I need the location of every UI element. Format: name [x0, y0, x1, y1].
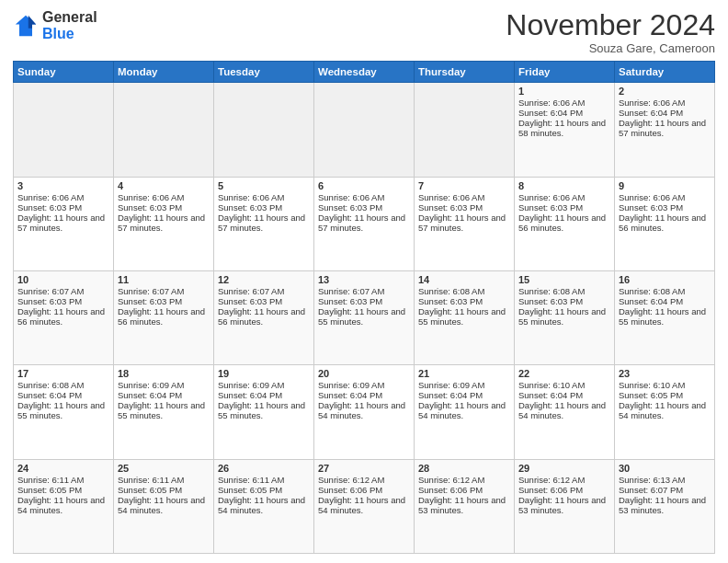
- day-number: 2: [619, 86, 711, 97]
- day-info: Daylight: 11 hours and 55 minutes.: [17, 400, 109, 420]
- day-number: 1: [518, 86, 610, 97]
- calendar-week-row: 17Sunrise: 6:08 AMSunset: 6:04 PMDayligh…: [14, 365, 715, 459]
- day-info: Sunset: 6:03 PM: [418, 296, 510, 306]
- calendar-header-wednesday: Wednesday: [314, 62, 415, 83]
- calendar-cell: 5Sunrise: 6:06 AMSunset: 6:03 PMDaylight…: [214, 177, 314, 270]
- day-number: 30: [619, 463, 711, 474]
- calendar-cell: 6Sunrise: 6:06 AMSunset: 6:03 PMDaylight…: [314, 177, 415, 270]
- logo-general: General: [42, 9, 97, 25]
- calendar-cell: 12Sunrise: 6:07 AMSunset: 6:03 PMDayligh…: [214, 270, 314, 364]
- day-info: Sunrise: 6:07 AM: [218, 286, 310, 296]
- day-number: 15: [518, 274, 610, 285]
- day-info: Daylight: 11 hours and 57 minutes.: [318, 213, 410, 233]
- day-info: Sunset: 6:03 PM: [418, 202, 510, 213]
- day-number: 21: [418, 368, 510, 379]
- day-info: Sunrise: 6:12 AM: [518, 475, 610, 485]
- day-info: Sunrise: 6:11 AM: [118, 475, 210, 485]
- day-number: 20: [318, 368, 410, 379]
- day-info: Sunrise: 6:07 AM: [118, 286, 210, 296]
- day-info: Daylight: 11 hours and 57 minutes.: [118, 213, 210, 233]
- day-info: Sunset: 6:06 PM: [318, 485, 410, 495]
- day-number: 24: [17, 463, 109, 474]
- day-info: Sunrise: 6:06 AM: [318, 192, 410, 202]
- day-number: 4: [118, 180, 210, 191]
- calendar-cell: [314, 83, 415, 177]
- day-info: Daylight: 11 hours and 54 minutes.: [619, 400, 711, 420]
- day-info: Daylight: 11 hours and 54 minutes.: [318, 495, 410, 515]
- day-number: 29: [518, 463, 610, 474]
- calendar-cell: 28Sunrise: 6:12 AMSunset: 6:06 PMDayligh…: [415, 459, 515, 553]
- day-info: Sunset: 6:03 PM: [17, 296, 109, 306]
- day-info: Sunrise: 6:10 AM: [619, 380, 711, 390]
- calendar-header-friday: Friday: [515, 62, 615, 83]
- day-number: 18: [118, 368, 210, 379]
- day-info: Sunset: 6:04 PM: [518, 390, 610, 400]
- day-info: Daylight: 11 hours and 53 minutes.: [619, 495, 711, 515]
- day-info: Sunset: 6:04 PM: [619, 108, 711, 118]
- day-info: Sunrise: 6:13 AM: [619, 475, 711, 485]
- day-number: 22: [518, 368, 610, 379]
- calendar-cell: 1Sunrise: 6:06 AMSunset: 6:04 PMDaylight…: [515, 83, 615, 177]
- day-number: 13: [318, 274, 410, 285]
- month-title: November 2024: [506, 9, 715, 41]
- calendar-cell: 22Sunrise: 6:10 AMSunset: 6:04 PMDayligh…: [515, 365, 615, 459]
- day-info: Sunrise: 6:11 AM: [218, 475, 310, 485]
- day-info: Sunrise: 6:06 AM: [17, 192, 109, 202]
- day-number: 19: [218, 368, 310, 379]
- day-info: Daylight: 11 hours and 53 minutes.: [418, 495, 510, 515]
- day-info: Sunrise: 6:12 AM: [418, 475, 510, 485]
- day-info: Sunrise: 6:09 AM: [418, 380, 510, 390]
- day-info: Sunrise: 6:06 AM: [518, 192, 610, 202]
- calendar-cell: [214, 83, 314, 177]
- day-info: Daylight: 11 hours and 54 minutes.: [518, 400, 610, 420]
- day-info: Sunset: 6:04 PM: [218, 390, 310, 400]
- calendar-cell: 20Sunrise: 6:09 AMSunset: 6:04 PMDayligh…: [314, 365, 415, 459]
- day-number: 3: [17, 180, 109, 191]
- day-info: Sunrise: 6:06 AM: [118, 192, 210, 202]
- day-info: Sunrise: 6:09 AM: [218, 380, 310, 390]
- day-info: Sunrise: 6:08 AM: [518, 286, 610, 296]
- day-info: Sunset: 6:03 PM: [218, 296, 310, 306]
- day-info: Daylight: 11 hours and 57 minutes.: [418, 213, 510, 233]
- day-info: Sunset: 6:03 PM: [518, 296, 610, 306]
- day-info: Sunset: 6:04 PM: [418, 390, 510, 400]
- day-info: Sunset: 6:03 PM: [318, 202, 410, 213]
- calendar-cell: 8Sunrise: 6:06 AMSunset: 6:03 PMDaylight…: [515, 177, 615, 270]
- day-info: Sunrise: 6:08 AM: [619, 286, 711, 296]
- day-info: Daylight: 11 hours and 55 minutes.: [518, 306, 610, 327]
- day-info: Daylight: 11 hours and 57 minutes.: [619, 118, 711, 138]
- calendar-cell: 15Sunrise: 6:08 AMSunset: 6:03 PMDayligh…: [515, 270, 615, 364]
- calendar-cell: 26Sunrise: 6:11 AMSunset: 6:05 PMDayligh…: [214, 459, 314, 553]
- logo-blue: Blue: [42, 26, 74, 41]
- calendar-cell: 7Sunrise: 6:06 AMSunset: 6:03 PMDaylight…: [415, 177, 515, 270]
- day-info: Sunset: 6:04 PM: [619, 296, 711, 306]
- calendar-cell: 2Sunrise: 6:06 AMSunset: 6:04 PMDaylight…: [615, 83, 715, 177]
- day-info: Sunrise: 6:06 AM: [518, 98, 610, 108]
- calendar-cell: 19Sunrise: 6:09 AMSunset: 6:04 PMDayligh…: [214, 365, 314, 459]
- day-info: Daylight: 11 hours and 56 minutes.: [17, 306, 109, 327]
- calendar-cell: 4Sunrise: 6:06 AMSunset: 6:03 PMDaylight…: [114, 177, 214, 270]
- day-number: 14: [418, 274, 510, 285]
- calendar-cell: 17Sunrise: 6:08 AMSunset: 6:04 PMDayligh…: [14, 365, 114, 459]
- day-info: Sunrise: 6:06 AM: [619, 98, 711, 108]
- calendar-header-sunday: Sunday: [14, 62, 114, 83]
- calendar-cell: [14, 83, 114, 177]
- day-info: Sunset: 6:05 PM: [17, 485, 109, 495]
- day-info: Sunset: 6:03 PM: [17, 202, 109, 213]
- logo-icon: [13, 13, 39, 39]
- day-info: Sunset: 6:04 PM: [17, 390, 109, 400]
- calendar-cell: 23Sunrise: 6:10 AMSunset: 6:05 PMDayligh…: [615, 365, 715, 459]
- calendar-week-row: 1Sunrise: 6:06 AMSunset: 6:04 PMDaylight…: [14, 83, 715, 177]
- calendar-cell: 25Sunrise: 6:11 AMSunset: 6:05 PMDayligh…: [114, 459, 214, 553]
- day-number: 26: [218, 463, 310, 474]
- day-info: Daylight: 11 hours and 57 minutes.: [17, 213, 109, 233]
- logo-text: General Blue: [42, 9, 97, 41]
- day-info: Sunset: 6:05 PM: [619, 390, 711, 400]
- calendar-cell: 21Sunrise: 6:09 AMSunset: 6:04 PMDayligh…: [415, 365, 515, 459]
- day-info: Sunrise: 6:10 AM: [518, 380, 610, 390]
- calendar-cell: 3Sunrise: 6:06 AMSunset: 6:03 PMDaylight…: [14, 177, 114, 270]
- page: General Blue November 2024 Souza Gare, C…: [0, 0, 728, 563]
- day-info: Sunset: 6:03 PM: [218, 202, 310, 213]
- day-info: Sunset: 6:07 PM: [619, 485, 711, 495]
- day-info: Daylight: 11 hours and 55 minutes.: [218, 400, 310, 420]
